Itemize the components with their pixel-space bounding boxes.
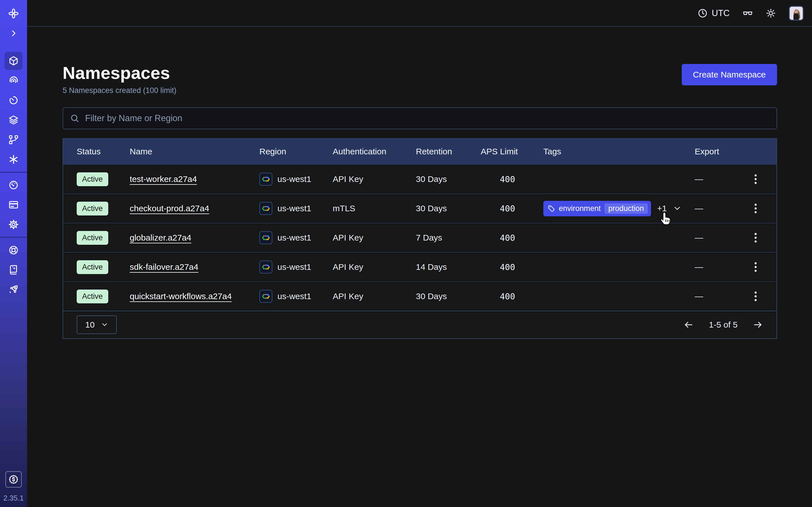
- chevron-right-icon[interactable]: [4, 24, 22, 42]
- row-menu-kebab-icon[interactable]: [754, 291, 758, 302]
- timezone-label: UTC: [712, 8, 730, 18]
- gcp-icon: [259, 290, 272, 303]
- gcp-icon: [259, 261, 272, 274]
- aps-cell: 400: [481, 204, 543, 214]
- table-row: Active sdk-failover.a27a4 us-west1 API K…: [63, 252, 776, 281]
- region-label: us-west1: [277, 262, 311, 272]
- column-header-name: Name: [130, 147, 259, 156]
- gcp-icon: [259, 202, 272, 215]
- export-cell: —: [695, 233, 748, 242]
- page-title: Namespaces: [63, 63, 176, 83]
- aps-cell: 400: [481, 291, 543, 301]
- column-header-retention: Retention: [416, 147, 481, 156]
- tag-value: production: [605, 203, 648, 214]
- row-menu-kebab-icon[interactable]: [754, 203, 758, 214]
- tag-more-count[interactable]: +1: [657, 204, 667, 213]
- namespace-link[interactable]: globalizer.a27a4: [130, 233, 192, 242]
- page-size-value: 10: [85, 320, 94, 330]
- region-label: us-west1: [277, 204, 311, 213]
- status-badge: Active: [77, 202, 108, 216]
- layers-icon[interactable]: [4, 111, 22, 129]
- sidebar-divider: [0, 172, 27, 173]
- status-badge: Active: [77, 290, 108, 303]
- lifebuoy-icon[interactable]: [4, 241, 22, 259]
- row-menu-kebab-icon[interactable]: [754, 262, 758, 273]
- auth-cell: API Key: [333, 262, 416, 272]
- auth-cell: API Key: [333, 233, 416, 242]
- table-header: Status Name Region Authentication Retent…: [63, 139, 776, 164]
- book-sparkle-icon[interactable]: [4, 261, 22, 279]
- asterisk-icon[interactable]: [4, 151, 22, 168]
- aps-cell: 400: [481, 233, 543, 243]
- namespace-link[interactable]: test-worker.a27a4: [130, 174, 197, 184]
- auth-cell: API Key: [333, 291, 416, 301]
- namespace-link[interactable]: checkout-prod.a27a4: [130, 204, 209, 213]
- tag-icon: [548, 205, 555, 212]
- filter-input[interactable]: [85, 113, 770, 123]
- badge-dollar-icon[interactable]: [5, 471, 22, 488]
- export-cell: —: [695, 262, 748, 272]
- export-cell: —: [695, 174, 748, 184]
- namespace-link[interactable]: quickstart-workflows.a27a4: [130, 291, 232, 301]
- rocket-icon[interactable]: [4, 281, 22, 298]
- filter-bar[interactable]: [63, 107, 777, 129]
- sidebar-divider: [0, 237, 27, 238]
- gauge-icon[interactable]: [4, 176, 22, 194]
- column-header-tags: Tags: [543, 147, 695, 156]
- clock-icon: [698, 8, 708, 18]
- gcp-icon: [259, 231, 272, 244]
- spiral-icon[interactable]: [4, 71, 22, 90]
- row-menu-kebab-icon[interactable]: [754, 232, 758, 243]
- namespaces-table: Status Name Region Authentication Retent…: [63, 138, 777, 339]
- tag-key: environment: [559, 204, 601, 213]
- table-row: Active checkout-prod.a27a4 us-west1 mTLS…: [63, 193, 776, 223]
- pagination-range: 1-5 of 5: [709, 320, 738, 330]
- branch-icon[interactable]: [4, 131, 22, 149]
- region-label: us-west1: [277, 233, 311, 242]
- retention-cell: 7 Days: [416, 233, 481, 242]
- table-row: Active test-worker.a27a4 us-west1 API Ke…: [63, 164, 776, 193]
- namespace-link[interactable]: sdk-failover.a27a4: [130, 262, 199, 272]
- chevron-down-icon: [101, 321, 108, 328]
- auth-cell: mTLS: [333, 204, 416, 213]
- topbar: UTC: [27, 0, 812, 27]
- temporal-logo-icon[interactable]: [4, 4, 22, 22]
- aps-cell: 400: [481, 174, 543, 184]
- glasses-icon[interactable]: [743, 8, 753, 18]
- timer-icon[interactable]: [4, 91, 22, 109]
- create-namespace-button[interactable]: Create Namespace: [682, 64, 777, 86]
- column-header-export: Export: [695, 147, 748, 156]
- page-size-select[interactable]: 10: [77, 316, 117, 334]
- column-header-status: Status: [77, 147, 130, 156]
- page-subtitle: 5 Namespaces created (100 limit): [63, 86, 176, 95]
- retention-cell: 14 Days: [416, 262, 481, 272]
- table-row: Active globalizer.a27a4 us-west1 API Key…: [63, 223, 776, 252]
- retention-cell: 30 Days: [416, 291, 481, 301]
- retention-cell: 30 Days: [416, 204, 481, 213]
- sidebar: 2.35.1: [0, 0, 27, 507]
- main-content: Namespaces 5 Namespaces created (100 lim…: [27, 27, 812, 339]
- chevron-down-icon[interactable]: [673, 204, 681, 213]
- sun-icon[interactable]: [766, 8, 776, 18]
- search-icon: [70, 114, 80, 123]
- table-footer: 10 1-5 of 5: [63, 311, 776, 338]
- cube-icon[interactable]: [4, 52, 22, 70]
- status-badge: Active: [77, 231, 108, 245]
- avatar[interactable]: [789, 6, 804, 20]
- table-row: Active quickstart-workflows.a27a4 us-wes…: [63, 281, 776, 311]
- region-label: us-west1: [277, 291, 311, 301]
- gear-icon[interactable]: [4, 216, 22, 233]
- row-menu-kebab-icon[interactable]: [754, 173, 758, 185]
- credit-card-icon[interactable]: [4, 196, 22, 214]
- region-label: us-west1: [277, 174, 311, 184]
- tag-pill[interactable]: environment production: [543, 201, 651, 216]
- status-badge: Active: [77, 172, 108, 186]
- prev-page-arrow-icon[interactable]: [683, 320, 694, 330]
- export-cell: —: [695, 204, 748, 213]
- next-page-arrow-icon[interactable]: [753, 320, 763, 330]
- timezone-selector[interactable]: UTC: [698, 8, 730, 18]
- sidebar-bottom: 2.35.1: [3, 471, 24, 507]
- export-cell: —: [695, 291, 748, 301]
- app-version: 2.35.1: [3, 494, 24, 503]
- tags-cell: environment production +1: [543, 201, 695, 216]
